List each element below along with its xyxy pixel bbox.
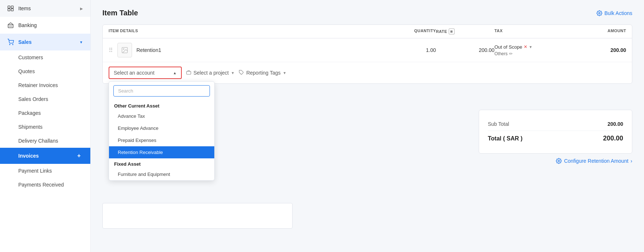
col-item-details: ITEM DETAILS [109,29,377,34]
sidebar-item-quotes[interactable]: Quotes [0,64,90,78]
sidebar-item-sales[interactable]: Sales ▼ [0,34,90,50]
account-selector[interactable]: Select an account ▲ [109,67,182,79]
tax-name: Out of Scope [494,44,522,50]
item-table: ITEM DETAILS QUANTITY RATE ⊞ TAX AMOUNT … [102,25,632,84]
notes-area [102,203,293,230]
svg-point-8 [10,44,10,45]
dropdown-item-advance-tax[interactable]: Advance Tax [109,110,214,122]
sidebar-item-sales-orders[interactable]: Sales Orders [0,92,90,106]
rate-header: RATE ⊞ [436,29,494,34]
tax-dropdown-icon[interactable]: ▼ [529,45,532,49]
sidebar-item-items[interactable]: Items ▶ [0,0,90,17]
col-rate: RATE ⊞ [436,29,494,34]
notes-textarea[interactable] [102,203,293,229]
configure-retention-arrow-icon: › [630,158,632,164]
rate-label: RATE [436,29,447,34]
project-selector[interactable]: Select a project ▼ [186,70,234,76]
sidebar-item-shipments[interactable]: Shipments [0,120,90,134]
tag-icon [239,70,244,76]
bulk-actions-label: Bulk Actions [605,10,632,16]
configure-retention-button[interactable]: Configure Retention Amount › [479,154,632,164]
sales-icon [7,39,14,45]
quotes-label: Quotes [18,68,35,74]
sidebar-sales-label: Sales [18,39,32,45]
tax-cell: Out of Scope ✕ ▼ Others ✏ [494,44,575,56]
retainer-invoices-label: Retainer Invoices [18,82,58,88]
sidebar-item-customers[interactable]: Customers [0,50,90,64]
sub-total-row: Sub Total 200.00 [488,117,623,131]
sidebar-items-label: Items [18,5,31,11]
reporting-tags-chevron-icon: ▼ [283,71,286,75]
sidebar-item-invoices[interactable]: Invoices + [0,148,90,164]
quantity-cell: 1.00 [377,47,436,53]
sidebar-item-payment-links[interactable]: Payment Links [0,164,90,178]
dropdown-item-furniture-equipment[interactable]: Furniture and Equipment [109,168,214,180]
tax-badge: Out of Scope ✕ ▼ [494,44,575,50]
add-invoice-button[interactable]: + [75,152,83,160]
pricetag-icon [239,70,244,75]
dropdown-item-prepaid-expenses[interactable]: Prepaid Expenses [109,134,214,146]
svg-rect-13 [187,71,191,74]
reporting-tags-selector[interactable]: Reporting Tags ▼ [239,70,286,76]
tax-edit-icon[interactable]: ✏ [509,51,513,56]
rate-cell: 200.00 [436,47,494,53]
project-label: Select a project [193,70,229,76]
sidebar-item-banking[interactable]: Banking [0,17,90,34]
total-value: 200.00 [603,135,623,142]
sub-total-label: Sub Total [488,121,509,127]
remove-tax-button[interactable]: ✕ [524,44,527,49]
dropdown-group-fixed-asset: Fixed Asset [109,158,214,168]
sidebar: Items ▶ Banking Sales ▼ Customers Quotes… [0,0,91,252]
account-selector-label: Select an account [114,70,154,76]
sales-orders-label: Sales Orders [18,96,48,102]
payment-links-label: Payment Links [18,168,52,174]
reporting-tags-label: Reporting Tags [246,70,280,76]
col-quantity: QUANTITY [377,29,436,34]
sidebar-banking-label: Banking [18,22,37,28]
item-details-cell: ⠿ Retention1 [109,43,377,57]
svg-point-9 [12,44,13,45]
packages-label: Packages [18,110,41,116]
svg-point-15 [558,160,560,162]
bulk-actions-button[interactable]: Bulk Actions [596,10,632,16]
item-name: Retention1 [136,47,161,53]
main-content: Item Table Bulk Actions ITEM DETAILS QUA… [91,0,644,252]
customers-label: Customers [18,54,43,60]
svg-rect-0 [8,6,10,8]
dropdown-list: Other Current Asset Advance Tax Employee… [109,100,214,180]
amount-cell: 200.00 [575,47,626,53]
items-icon [7,5,14,12]
project-chevron-icon: ▼ [231,71,235,75]
sidebar-item-payments-received[interactable]: Payments Received [0,178,90,192]
col-tax: TAX [494,29,575,34]
sidebar-item-delivery-challans[interactable]: Delivery Challans [0,134,90,148]
account-dropdown: Other Current Asset Advance Tax Employee… [109,81,215,181]
item-image [117,43,132,57]
invoices-label: Invoices [18,153,39,159]
totals-panel: Sub Total 200.00 Total ( SAR ) 200.00 Co… [479,110,632,164]
dropdown-group-other-current-asset: Other Current Asset [109,100,214,110]
dropdown-search-area [109,82,214,100]
col-amount: AMOUNT [575,29,626,34]
table-header: ITEM DETAILS QUANTITY RATE ⊞ TAX AMOUNT [103,25,632,38]
svg-rect-3 [11,9,14,11]
drag-handle-icon[interactable]: ⠿ [109,47,113,54]
main-header: Item Table Bulk Actions [102,9,632,17]
table-row: ⠿ Retention1 1.00 200.00 Out of Scope ✕ … [103,38,632,62]
image-placeholder-icon [121,46,128,54]
project-icon [186,70,191,76]
svg-rect-1 [11,6,14,8]
configure-retention-icon [556,158,562,164]
payments-received-label: Payments Received [18,182,64,188]
banking-icon [7,22,14,29]
bulk-actions-icon [596,10,602,16]
svg-point-12 [123,49,124,50]
sidebar-item-packages[interactable]: Packages [0,106,90,120]
briefcase-icon [186,70,191,75]
dropdown-search-input[interactable] [113,85,210,97]
rate-calc-icon[interactable]: ⊞ [449,29,455,34]
dropdown-item-employee-advance[interactable]: Employee Advance [109,122,214,134]
dropdown-item-retention-receivable[interactable]: Retention Receivable [109,146,214,158]
sidebar-item-retainer-invoices[interactable]: Retainer Invoices [0,78,90,92]
delivery-challans-label: Delivery Challans [18,138,58,144]
